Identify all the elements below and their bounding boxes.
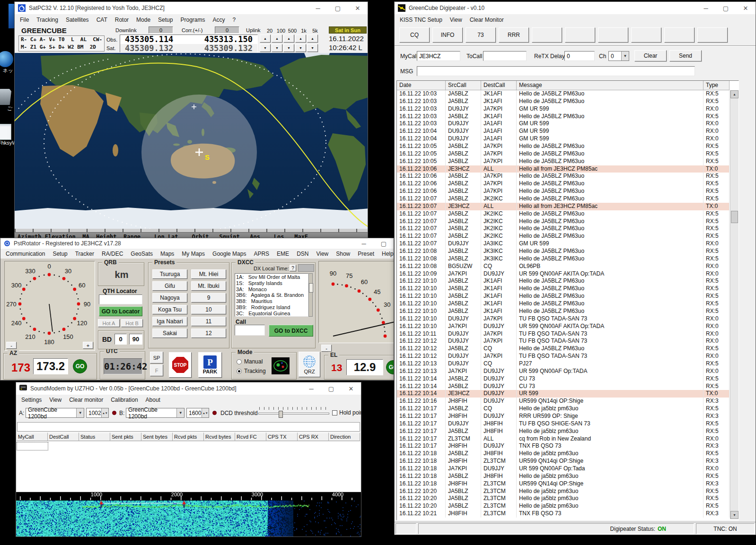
- sp-button[interactable]: SP: [150, 352, 163, 363]
- mode-manual-radio[interactable]: Manual: [237, 358, 263, 365]
- world-map[interactable]: S: [15, 53, 368, 229]
- map-thumbnail-icon[interactable]: [272, 357, 290, 376]
- desktop-icon-recycle[interactable]: ご: [0, 89, 12, 112]
- preset-button-9[interactable]: 9: [191, 293, 226, 303]
- table-row[interactable]: 16.11.22 10:10JA5BLZJK1AFIHello de JA5BL…: [397, 277, 730, 285]
- preset-button-tsuruga[interactable]: Tsuruga: [152, 269, 187, 279]
- channel-b-select[interactable]: GreenCube 1200bd▼: [126, 408, 185, 418]
- table-row[interactable]: 16.11.22 10:05JA5BLZJA7KPIHello de JA5BL…: [397, 150, 730, 158]
- toolbar-button-empty[interactable]: [631, 27, 661, 43]
- table-row[interactable]: 16.11.22 10:07JA5BLZJK2IKCHello de JA5BL…: [397, 218, 730, 225]
- el-go-button[interactable]: GO: [386, 360, 394, 374]
- table-row[interactable]: 16.11.22 10:07JA5BLZJK2IKCHello de JA5BL…: [397, 210, 730, 218]
- rrr-button[interactable]: RRR: [499, 27, 529, 43]
- dx-help-button[interactable]: ?: [290, 265, 296, 271]
- dxcc-list-item[interactable]: 3B9: Rodriguez Island: [236, 304, 307, 311]
- qth-locator-input[interactable]: [99, 294, 142, 304]
- bd-right-field[interactable]: 90: [129, 334, 142, 345]
- menu-item-my-maps[interactable]: My Maps: [178, 249, 209, 259]
- ch-select[interactable]: 0▼: [608, 51, 629, 61]
- monitor-line[interactable]: [17, 422, 360, 432]
- table-row[interactable]: 16.11.22 10:20JA5BLZZL3TCMHello de ja5bl…: [397, 502, 730, 510]
- table-row[interactable]: 16.11.22 10:04DU9JJYJA1AFIGM UR 599RX:0: [397, 128, 730, 135]
- toolbar-button-empty[interactable]: [532, 27, 562, 43]
- table-row[interactable]: 16.11.22 10:12DU9JJYJA7KPITU FB QSO TADA…: [397, 337, 730, 345]
- menu-item-ra-dec[interactable]: RA/DEC: [98, 249, 127, 259]
- menu-item-dsn[interactable]: DSN: [293, 249, 312, 259]
- table-row[interactable]: 16.11.22 10:06JE3HCZALLHello all from JE…: [397, 165, 730, 173]
- dcd-threshold-slider[interactable]: [258, 413, 329, 415]
- menu-item--[interactable]: ?: [229, 15, 240, 25]
- tune-down-button[interactable]: ▼: [283, 44, 294, 52]
- send-button[interactable]: Send: [669, 50, 702, 61]
- table-row[interactable]: 16.11.22 10:18JH8FIHZL3TCMUR599 QN14qi O…: [397, 458, 730, 465]
- menu-item-geosats[interactable]: GeoSats: [127, 249, 157, 259]
- tune-down-button[interactable]: ▼: [295, 44, 306, 52]
- channel-b-freq-spinner[interactable]: 1600▲▼: [186, 408, 209, 418]
- mode-flags-box[interactable]: R- C+ A- V+ T0 L AL CW-M- Z1 G+ S+ D+ W2…: [18, 35, 105, 52]
- downlink-offset-field[interactable]: 0: [149, 26, 173, 34]
- go-to-locator-button[interactable]: GO to Locator: [99, 306, 142, 316]
- compass-minus-button[interactable]: -: [6, 342, 17, 349]
- table-row[interactable]: 16.11.22 10:03JA5BLZJK1AFIHello de JA5BL…: [397, 90, 730, 98]
- table-row[interactable]: 16.11.22 10:13DU9JJYCQPJ27RX:5: [397, 360, 730, 368]
- menu-item-preset[interactable]: Preset: [354, 249, 378, 259]
- selected-cell[interactable]: [17, 442, 48, 450]
- scroll-down-button[interactable]: ▼: [730, 511, 738, 519]
- menu-item-setup[interactable]: Setup: [154, 15, 176, 25]
- f-button[interactable]: F: [150, 364, 163, 376]
- close-button[interactable]: ✕: [341, 382, 361, 395]
- menu-item-programs[interactable]: Programs: [176, 15, 209, 25]
- column-header-cps-rx[interactable]: CPS RX: [298, 433, 329, 441]
- table-row[interactable]: 16.11.22 10:03DU9JJYJA1AFIGM UR 599RX:0: [397, 120, 730, 128]
- info-button[interactable]: INFO: [432, 27, 463, 43]
- table-row[interactable]: 16.11.22 10:10JA5BLZJK1AFIHello de JA5BL…: [397, 285, 730, 293]
- menu-item-clear-monitor[interactable]: Clear Monitor: [466, 15, 508, 25]
- close-button[interactable]: ✕: [736, 2, 756, 14]
- table-row[interactable]: 16.11.22 10:07JA5BLZJK2IKCHello de JA5BL…: [397, 195, 730, 203]
- close-button[interactable]: ✕: [348, 2, 368, 14]
- column-header-rcvd-fc[interactable]: Rcvd FC: [235, 433, 266, 441]
- clear-button[interactable]: Clear: [634, 50, 667, 61]
- table-row[interactable]: 16.11.22 10:03JA5BLZJK1AFIHello de JA5BL…: [397, 98, 730, 105]
- column-header-mycall[interactable]: MyCall: [17, 433, 48, 441]
- minimize-button[interactable]: ─: [308, 2, 328, 14]
- tune-up-button[interactable]: ▲: [260, 35, 271, 43]
- table-row[interactable]: 16.11.22 10:17DU9JJYJH8FIHTU FB QSO SHIG…: [397, 420, 730, 428]
- dxcc-list-item[interactable]: 3A: Monaco: [236, 286, 307, 293]
- table-row[interactable]: 16.11.22 10:08JA5BLZJK3IKCHello de JA5BL…: [397, 255, 730, 263]
- scrollbar-thumb[interactable]: [731, 211, 738, 223]
- column-header-sent-bytes[interactable]: Sent bytes: [141, 433, 173, 441]
- go-to-dxcc-button[interactable]: GO to DXCC: [269, 325, 313, 337]
- preset-button-sakai[interactable]: Sakai: [152, 329, 187, 338]
- maximize-button[interactable]: ▢: [328, 2, 348, 14]
- toolbar-button-empty[interactable]: [664, 27, 694, 43]
- table-row[interactable]: 16.11.22 10:12JA5BLZCQHello de JA5BLZ PM…: [397, 345, 730, 353]
- table-row[interactable]: 16.11.22 10:18JA7KPIDU9JJYUR 599 QN00AF …: [397, 465, 730, 473]
- table-row[interactable]: 16.11.22 10:14JA5BLZDU9JJYCU 73RX:5: [397, 383, 730, 390]
- menu-item-rotor[interactable]: Rotor: [111, 15, 132, 25]
- menu-item-google-maps[interactable]: Google Maps: [209, 249, 250, 259]
- preset-button-iga-nabari[interactable]: Iga Nabari: [152, 317, 187, 326]
- soundmodem-titlebar[interactable]: SoundModem by UZ7HO - Ver 0.05b - [Green…: [16, 382, 361, 395]
- table-row[interactable]: 16.11.22 10:08JA5BLZJK3IKCHello de JA5BL…: [397, 248, 730, 255]
- msg-input[interactable]: [417, 66, 695, 76]
- preset-button-11[interactable]: 11: [191, 317, 226, 326]
- table-row[interactable]: 16.11.22 10:06JA5BLZJA7KPIHello de JA5BL…: [397, 188, 730, 195]
- mycall-input[interactable]: [417, 51, 460, 61]
- az-go-button[interactable]: GO: [73, 359, 87, 373]
- menu-item-clear-monitor[interactable]: Clear monitor: [65, 395, 107, 405]
- table-row[interactable]: 16.11.22 10:07JA5BLZJK2IKCHello de JA5BL…: [397, 233, 730, 240]
- menu-item-cat[interactable]: CAT: [93, 15, 111, 25]
- maximize-button[interactable]: ▢: [374, 238, 394, 249]
- preset-button-koga-tsu[interactable]: Koga Tsu: [152, 305, 187, 314]
- table-row[interactable]: 16.11.22 10:06JA5BLZJA7KPIHello de JA5BL…: [397, 180, 730, 188]
- satellite-name[interactable]: GREENCUBE: [21, 26, 67, 35]
- toolbar-button-empty[interactable]: [598, 27, 628, 43]
- compass-plus-button[interactable]: +: [83, 342, 93, 349]
- desktop-icon-network[interactable]: ネッ: [0, 51, 13, 74]
- elevation-gauge[interactable]: 9075604530: [319, 261, 394, 344]
- qrz-button[interactable]: QRZ: [299, 352, 320, 377]
- hold-pointers-checkbox[interactable]: Hold pointers: [332, 409, 361, 416]
- maximize-button[interactable]: ▢: [321, 382, 341, 395]
